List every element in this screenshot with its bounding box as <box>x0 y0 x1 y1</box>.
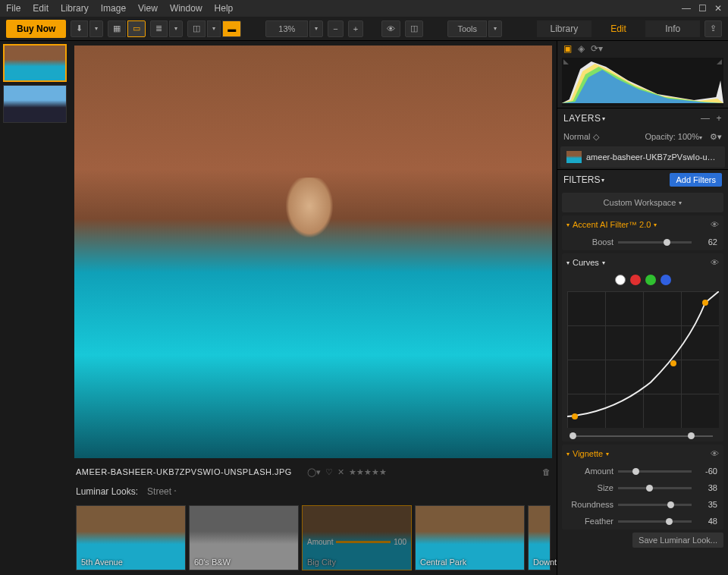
zoom-in-button[interactable]: + <box>348 20 363 37</box>
filter-curves-name[interactable]: Curves <box>573 258 599 267</box>
clip-shadow-icon[interactable]: ◣ <box>563 58 569 65</box>
curve-channel-lum[interactable] <box>615 275 626 285</box>
svg-point-0 <box>572 413 578 419</box>
export-dropdown[interactable]: ▾ <box>89 20 103 37</box>
histogram[interactable]: ◣ ◢ <box>562 58 723 106</box>
save-look-button[interactable]: Save Luminar Look... <box>632 533 723 548</box>
look-downtown[interactable]: Downt... <box>528 505 551 570</box>
toolbar: Buy Now ⬇ ▾ ▦ ▭ ≣ ▾ ◫ ▾ ▬ 13% ▾ − + 👁 ◫ … <box>0 17 728 41</box>
look-big-city[interactable]: Amount100 Big City <box>302 505 412 570</box>
filter-vignette-eye-icon[interactable]: 👁 <box>711 449 719 458</box>
layers-collapse-icon[interactable]: — <box>701 113 711 124</box>
compare-dropdown[interactable]: ▾ <box>207 20 221 37</box>
image-canvas[interactable] <box>74 46 552 458</box>
curves-graph[interactable] <box>567 291 719 428</box>
menu-library[interactable]: Library <box>61 3 89 14</box>
blend-mode-select[interactable]: Normal ◇ <box>563 132 599 142</box>
tools-dropdown[interactable]: ▾ <box>488 20 502 37</box>
buy-now-button[interactable]: Buy Now <box>6 20 66 38</box>
add-filters-button[interactable]: Add Filters <box>670 173 722 187</box>
list-dropdown[interactable]: ▾ <box>169 20 183 37</box>
filter-curves: ▾ Curves ▾ 👁 <box>562 253 723 441</box>
looks-label: Luminar Looks: <box>76 486 138 497</box>
workspace-select[interactable]: Custom Workspace ▾ <box>562 193 723 212</box>
center-area: AMEER-BASHEER-UKB7ZPVSWIO-UNSPLASH.JPG ◯… <box>70 41 557 575</box>
svg-point-1 <box>670 360 676 366</box>
looks-strip: 5th Avenue 60's B&W Amount100 Big City C… <box>70 502 557 575</box>
tab-edit[interactable]: Edit <box>592 20 646 37</box>
before-after-button[interactable]: ◫ <box>405 20 423 37</box>
menu-edit[interactable]: Edit <box>33 3 49 14</box>
curve-white-point[interactable] <box>688 432 695 439</box>
filmstrip <box>0 41 70 575</box>
curve-black-point[interactable] <box>570 432 576 439</box>
rating-stars[interactable]: ★★★★★ <box>349 467 387 477</box>
filter-vignette: ▾ Vignette ▾ 👁 Amount -60 Size 38 Roundn… <box>562 445 723 529</box>
menu-window[interactable]: Window <box>170 3 202 14</box>
histogram-history-icon[interactable]: ⟳▾ <box>591 43 603 54</box>
filmstrip-thumb-2[interactable] <box>3 85 67 123</box>
right-panel: ▣ ◈ ⟳▾ ◣ ◢ LAYERS▾ — + Normal ◇ Opacity:… <box>557 41 728 575</box>
histogram-image-icon[interactable]: ▣ <box>563 43 572 54</box>
favorite-icon[interactable]: ♡ <box>325 467 333 477</box>
export-button[interactable]: ⬇ <box>71 20 88 37</box>
reject-icon[interactable]: ✕ <box>337 467 344 477</box>
layers-title: LAYERS <box>563 113 601 124</box>
filename-label: AMEER-BASHEER-UKB7ZPVSWIO-UNSPLASH.JPG <box>76 467 292 476</box>
curve-channel-red[interactable] <box>630 275 641 285</box>
view-grid-button[interactable]: ▦ <box>108 20 126 37</box>
clip-highlight-icon[interactable]: ◢ <box>717 58 722 65</box>
boost-slider[interactable]: Boost 62 <box>562 234 723 250</box>
window-maximize-icon[interactable]: ☐ <box>698 3 707 14</box>
vignette-feather-slider[interactable]: Feather 48 <box>562 513 723 529</box>
filter-accent-name[interactable]: Accent AI Filter™ 2.0 <box>573 220 651 229</box>
vignette-size-slider[interactable]: Size 38 <box>562 479 723 496</box>
preview-toggle[interactable]: 👁 <box>381 20 400 37</box>
svg-point-2 <box>702 300 708 306</box>
list-view-button[interactable]: ≣ <box>150 20 168 37</box>
look-central-park[interactable]: Central Park <box>415 505 525 570</box>
curve-channel-blue[interactable] <box>661 275 671 285</box>
filmstrip-toggle[interactable]: ▬ <box>222 20 241 37</box>
filmstrip-thumb-1[interactable] <box>3 44 67 82</box>
zoom-dropdown[interactable]: ▾ <box>309 20 323 37</box>
tools-button[interactable]: Tools <box>447 20 487 37</box>
add-layer-button[interactable]: + <box>716 113 722 124</box>
look-5th-avenue[interactable]: 5th Avenue <box>76 505 186 570</box>
layer-gear-icon[interactable]: ⚙▾ <box>710 132 722 142</box>
menu-view[interactable]: View <box>138 3 158 14</box>
vignette-amount-slider[interactable]: Amount -60 <box>562 463 723 479</box>
layer-thumbnail <box>566 151 582 163</box>
tab-library[interactable]: Library <box>537 20 592 37</box>
filter-accent-eye-icon[interactable]: 👁 <box>711 220 719 229</box>
layer-name: ameer-basheer-UKB7zPVswIo-uns... <box>586 152 719 162</box>
filters-title: FILTERS <box>563 174 600 185</box>
menu-file[interactable]: File <box>6 3 20 14</box>
compare-button[interactable]: ◫ <box>187 20 206 37</box>
filter-vignette-name[interactable]: Vignette <box>573 449 603 458</box>
menu-help[interactable]: Help <box>215 3 234 14</box>
trash-icon[interactable]: 🗑 <box>542 467 551 476</box>
menu-image[interactable]: Image <box>101 3 126 14</box>
looks-category[interactable]: Street ˄ <box>147 486 177 497</box>
layer-row[interactable]: ameer-basheer-UKB7zPVswIo-uns... <box>560 146 725 168</box>
menubar: File Edit Library Image View Window Help… <box>0 0 728 17</box>
vignette-roundness-slider[interactable]: Roundness 35 <box>562 496 723 513</box>
zoom-out-button[interactable]: − <box>328 20 343 37</box>
window-close-icon[interactable]: ✕ <box>714 3 722 14</box>
curve-channel-green[interactable] <box>645 275 656 285</box>
window-minimize-icon[interactable]: — <box>682 3 691 14</box>
view-single-button[interactable]: ▭ <box>127 20 146 37</box>
look-60s-bw[interactable]: 60's B&W <box>189 505 299 570</box>
share-button[interactable]: ⇪ <box>704 20 722 37</box>
filter-curves-eye-icon[interactable]: 👁 <box>711 258 719 267</box>
color-label-icon[interactable]: ◯▾ <box>307 467 321 477</box>
tab-info[interactable]: Info <box>645 20 700 37</box>
filter-accent-ai: ▾ Accent AI Filter™ 2.0 ▾ 👁 Boost 62 <box>562 215 723 250</box>
histogram-layers-icon[interactable]: ◈ <box>578 43 585 54</box>
zoom-value[interactable]: 13% <box>265 20 308 37</box>
